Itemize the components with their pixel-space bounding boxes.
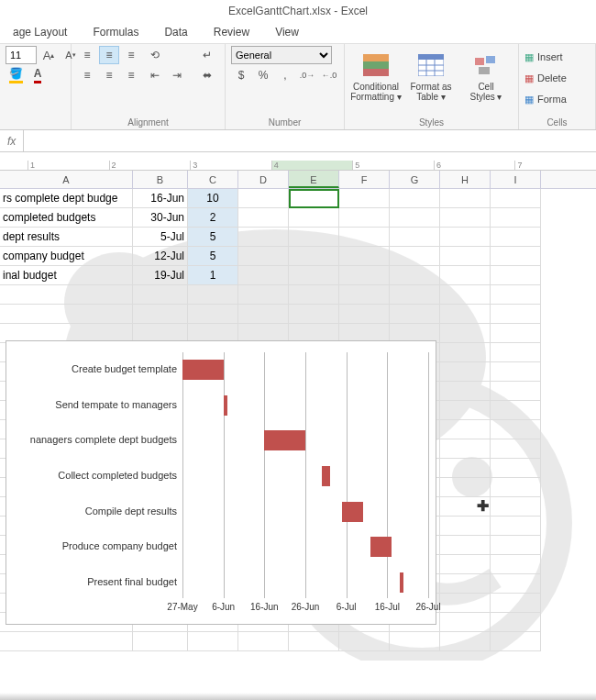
cell[interactable] bbox=[491, 382, 541, 401]
cell[interactable] bbox=[491, 517, 541, 536]
cell[interactable]: 30-Jun bbox=[133, 208, 188, 228]
cell[interactable]: 2 bbox=[188, 208, 238, 228]
column-header-F[interactable]: F bbox=[339, 171, 390, 188]
cell[interactable] bbox=[440, 555, 491, 574]
cell-styles-button[interactable]: Cell Styles ▾ bbox=[460, 46, 512, 106]
cell[interactable] bbox=[0, 305, 133, 324]
cell[interactable] bbox=[440, 362, 491, 382]
cell[interactable] bbox=[390, 247, 440, 266]
cell[interactable] bbox=[188, 285, 238, 305]
cell[interactable] bbox=[238, 189, 289, 208]
cell[interactable] bbox=[440, 439, 491, 459]
cell[interactable] bbox=[133, 632, 188, 651]
cell[interactable] bbox=[491, 362, 541, 382]
cell[interactable]: 1 bbox=[188, 266, 238, 285]
cell[interactable] bbox=[491, 497, 541, 517]
cell[interactable] bbox=[339, 285, 390, 305]
cell[interactable] bbox=[238, 632, 289, 651]
cell[interactable] bbox=[440, 285, 491, 305]
cell[interactable] bbox=[491, 594, 541, 613]
cell[interactable] bbox=[491, 208, 541, 228]
column-header-H[interactable]: H bbox=[440, 171, 491, 188]
column-header-D[interactable]: D bbox=[238, 171, 289, 188]
cell[interactable] bbox=[289, 189, 339, 208]
cell[interactable]: 19-Jul bbox=[133, 266, 188, 285]
cell[interactable] bbox=[440, 632, 491, 651]
cell[interactable] bbox=[440, 401, 491, 420]
tab-formulas[interactable]: Formulas bbox=[80, 22, 151, 43]
cell[interactable] bbox=[440, 420, 491, 439]
cell[interactable] bbox=[440, 247, 491, 266]
formula-input[interactable] bbox=[24, 130, 596, 151]
cell[interactable] bbox=[289, 285, 339, 305]
cell[interactable] bbox=[440, 382, 491, 401]
column-header-C[interactable]: C bbox=[188, 171, 238, 188]
cell[interactable]: inal budget bbox=[0, 266, 133, 285]
column-header-A[interactable]: A bbox=[0, 171, 133, 188]
cell[interactable]: rs complete dept budge bbox=[0, 189, 133, 208]
cell[interactable] bbox=[440, 324, 491, 343]
percent-format-icon[interactable]: % bbox=[253, 66, 273, 84]
cell[interactable] bbox=[440, 536, 491, 555]
cell[interactable] bbox=[491, 555, 541, 574]
cell[interactable] bbox=[339, 266, 390, 285]
increase-decimal-icon[interactable]: .0→ bbox=[297, 66, 317, 84]
cell[interactable] bbox=[390, 208, 440, 228]
cell[interactable] bbox=[289, 632, 339, 651]
cell[interactable] bbox=[238, 266, 289, 285]
comma-format-icon[interactable]: , bbox=[275, 66, 295, 84]
insert-button[interactable]: ▦Insert bbox=[524, 48, 563, 66]
cell[interactable] bbox=[440, 189, 491, 208]
conditional-formatting-button[interactable]: Conditional Formatting ▾ bbox=[350, 46, 402, 106]
wrap-text-icon[interactable]: ↵ bbox=[194, 46, 220, 64]
cell[interactable] bbox=[238, 208, 289, 228]
cell[interactable] bbox=[390, 285, 440, 305]
cell[interactable] bbox=[491, 401, 541, 420]
cell[interactable]: 10 bbox=[188, 189, 238, 208]
cell[interactable] bbox=[440, 305, 491, 324]
format-as-table-button[interactable]: Format as Table ▾ bbox=[405, 46, 457, 106]
align-bottom-icon[interactable]: ≡ bbox=[121, 46, 141, 64]
column-header-E[interactable]: E bbox=[289, 171, 339, 188]
cell[interactable] bbox=[238, 285, 289, 305]
orientation-icon[interactable]: ⟲ bbox=[145, 46, 165, 64]
cell[interactable] bbox=[390, 189, 440, 208]
cell[interactable] bbox=[491, 459, 541, 478]
cell[interactable] bbox=[289, 305, 339, 324]
cell[interactable] bbox=[491, 439, 541, 459]
cell[interactable] bbox=[440, 594, 491, 613]
accounting-format-icon[interactable]: $ bbox=[231, 66, 251, 84]
number-format-select[interactable]: General bbox=[231, 46, 332, 64]
align-middle-icon[interactable]: ≡ bbox=[99, 46, 119, 64]
gantt-chart[interactable]: 27-May6-Jun16-Jun26-Jun6-Jul16-Jul26-Jul… bbox=[6, 340, 436, 625]
cell[interactable] bbox=[339, 247, 390, 266]
cell[interactable]: 12-Jul bbox=[133, 247, 188, 266]
cell[interactable] bbox=[390, 228, 440, 247]
cell[interactable] bbox=[238, 247, 289, 266]
cell[interactable] bbox=[440, 343, 491, 362]
column-header-G[interactable]: G bbox=[390, 171, 440, 188]
cell[interactable] bbox=[390, 266, 440, 285]
tab-review[interactable]: Review bbox=[201, 22, 262, 43]
cell[interactable] bbox=[238, 228, 289, 247]
cell[interactable] bbox=[289, 247, 339, 266]
fill-color-icon[interactable]: 🪣 bbox=[6, 66, 26, 84]
cell[interactable] bbox=[289, 208, 339, 228]
spreadsheet-grid[interactable]: rs complete dept budge16-Jun10completed … bbox=[0, 189, 596, 651]
cell[interactable] bbox=[491, 420, 541, 439]
cell[interactable] bbox=[491, 536, 541, 555]
cell[interactable] bbox=[491, 266, 541, 285]
cell[interactable]: 5-Jul bbox=[133, 228, 188, 247]
cell[interactable] bbox=[491, 574, 541, 594]
tab-view[interactable]: View bbox=[262, 22, 312, 43]
cell[interactable] bbox=[339, 208, 390, 228]
cell[interactable] bbox=[440, 228, 491, 247]
cell[interactable] bbox=[491, 189, 541, 208]
cell[interactable] bbox=[339, 228, 390, 247]
cell[interactable] bbox=[188, 632, 238, 651]
cell[interactable]: 5 bbox=[188, 228, 238, 247]
merge-center-icon[interactable]: ⬌ bbox=[194, 66, 220, 84]
decrease-decimal-icon[interactable]: ←.0 bbox=[319, 66, 339, 84]
cell[interactable] bbox=[238, 305, 289, 324]
fx-icon[interactable]: fx bbox=[0, 130, 24, 151]
